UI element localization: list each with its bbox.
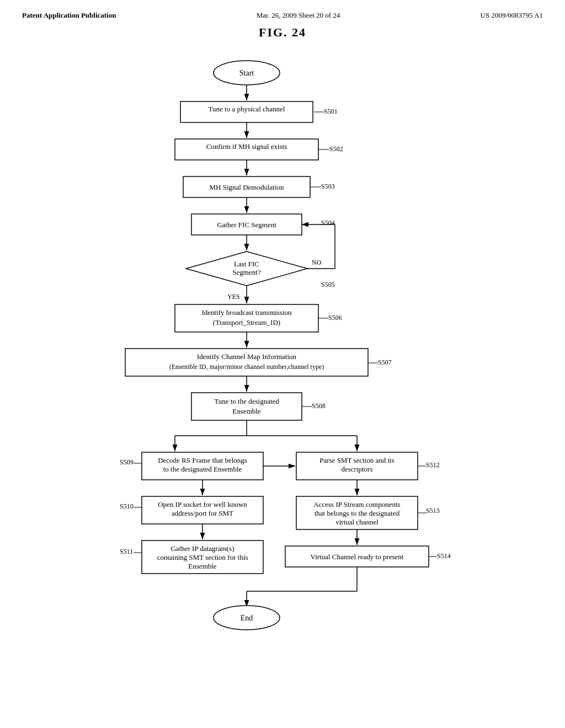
- svg-text:S512: S512: [426, 461, 440, 469]
- svg-text:S505: S505: [321, 281, 335, 288]
- svg-text:S514: S514: [437, 552, 451, 560]
- svg-text:Start: Start: [239, 69, 254, 77]
- svg-text:S507: S507: [378, 358, 392, 366]
- svg-text:containing SMT section for thi: containing SMT section for this: [157, 553, 248, 561]
- svg-text:(Transport_Stream_ID): (Transport_Stream_ID): [213, 318, 280, 326]
- svg-text:NO: NO: [312, 259, 322, 266]
- svg-text:to the designated Ensemble: to the designated Ensemble: [163, 465, 242, 473]
- svg-text:address/port for SMT: address/port for SMT: [172, 509, 233, 517]
- page: Patent Application Publication Mar. 26, …: [0, 0, 565, 728]
- svg-text:MH Signal Demodulation: MH Signal Demodulation: [209, 183, 284, 191]
- svg-text:Identify Channel Map Informati: Identify Channel Map Information: [197, 352, 297, 361]
- header-center: Mar. 26, 2009 Sheet 20 of 24: [257, 11, 340, 20]
- svg-text:End: End: [241, 614, 253, 622]
- svg-text:virtual channel: virtual channel: [335, 518, 379, 526]
- svg-text:that belongs to the designated: that belongs to the designated: [315, 509, 400, 517]
- svg-text:Identify broadcast transmissio: Identify broadcast transmission: [201, 308, 292, 317]
- svg-text:Open IP socket for well known: Open IP socket for well known: [158, 500, 247, 508]
- svg-text:S509: S509: [120, 458, 134, 466]
- svg-text:S506: S506: [328, 314, 342, 322]
- svg-text:Ensemble: Ensemble: [188, 562, 216, 570]
- svg-text:S503: S503: [321, 183, 335, 190]
- svg-text:Segment?: Segment?: [232, 268, 260, 276]
- svg-text:S508: S508: [312, 402, 326, 410]
- svg-text:Confirm if MH signal exists: Confirm if MH signal exists: [206, 142, 287, 151]
- flowchart-diagram: Start Tune to a physical channel S501 Co…: [76, 56, 489, 679]
- svg-text:Last FIC: Last FIC: [234, 260, 259, 268]
- svg-text:YES: YES: [227, 293, 240, 301]
- header-left: Patent Application Publication: [22, 11, 116, 20]
- svg-text:Decode RS Frame that belongs: Decode RS Frame that belongs: [158, 456, 247, 464]
- svg-text:Tune to a physical channel: Tune to a physical channel: [209, 105, 285, 113]
- page-header: Patent Application Publication Mar. 26, …: [22, 11, 543, 20]
- svg-text:(Ensemble ID, major/minor chan: (Ensemble ID, major/minor channel number…: [169, 363, 324, 371]
- svg-text:Gather FIC Segment: Gather FIC Segment: [217, 221, 276, 229]
- svg-text:S511: S511: [120, 548, 133, 555]
- svg-text:S501: S501: [324, 108, 338, 115]
- svg-text:S502: S502: [329, 145, 343, 153]
- svg-text:S510: S510: [120, 502, 134, 510]
- svg-text:Tune to the designated: Tune to the designated: [214, 397, 279, 405]
- svg-text:Parse SMT section and its: Parse SMT section and its: [319, 456, 395, 464]
- svg-text:Virtual Channel ready to prese: Virtual Channel ready to present: [311, 553, 404, 561]
- svg-text:S513: S513: [426, 507, 440, 515]
- svg-text:Access IP Stream components: Access IP Stream components: [313, 500, 400, 508]
- header-right: US 2009/0083795 A1: [481, 11, 543, 20]
- svg-text:Gather IP datagram(s): Gather IP datagram(s): [170, 544, 234, 553]
- svg-text:descriptors: descriptors: [341, 465, 372, 473]
- svg-text:S504: S504: [321, 219, 335, 227]
- svg-text:Ensemble: Ensemble: [232, 407, 260, 415]
- figure-title: FIG. 24: [22, 25, 543, 40]
